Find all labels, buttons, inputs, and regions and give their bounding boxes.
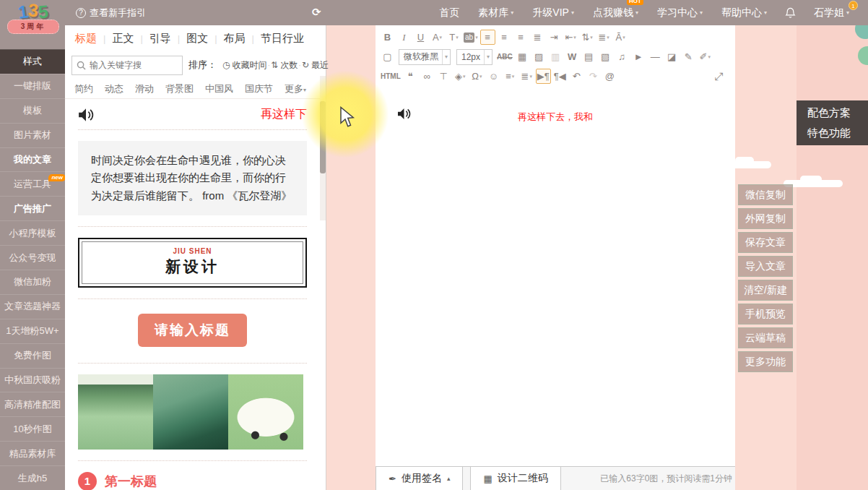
sidebar-item-ad-promotion[interactable]: 广告推广	[0, 196, 65, 220]
sidebar-item-quick-design[interactable]: 10秒作图	[0, 416, 65, 441]
text-background-button[interactable]: T▾	[446, 30, 461, 45]
search-input[interactable]	[90, 60, 178, 70]
tab-image-text[interactable]: 图文	[186, 32, 208, 46]
style-item-design-box[interactable]: JIU SHEN 新设计	[78, 227, 307, 299]
tab-guide[interactable]: 引导	[149, 32, 171, 46]
screenshot-button[interactable]: ▧	[598, 49, 613, 64]
strikethrough-button[interactable]: ABC	[496, 49, 513, 64]
horizontal-line-button[interactable]: —	[648, 49, 663, 64]
italic-button[interactable]: I	[396, 30, 412, 45]
sidebar-item-gain-fans[interactable]: 1天增粉5W+	[0, 319, 65, 343]
insert-template-button[interactable]: ◈▾	[453, 69, 468, 84]
sidebar-item-premium-materials[interactable]: 精品素材库	[0, 441, 65, 465]
menu-color-scheme[interactable]: 配色方案	[797, 103, 868, 123]
letter-spacing-button[interactable]: Ā▾	[613, 30, 628, 45]
nav-home[interactable]: 首页	[430, 0, 469, 25]
sidebar-item-wechat-followers[interactable]: 微信加粉	[0, 270, 65, 294]
sidebar-item-official-account-monetize[interactable]: 公众号变现	[0, 245, 65, 270]
ordered-list-button[interactable]: ≡▾	[503, 69, 518, 84]
font-size-select[interactable]: 12px▾	[456, 49, 492, 65]
sort-usage-count[interactable]: ⇅次数	[271, 59, 298, 72]
tab-layout[interactable]: 布局	[224, 32, 246, 46]
nav-upgrade-vip[interactable]: 升级VIP▾	[523, 0, 583, 25]
nav-help-center[interactable]: 帮助中心▾	[712, 0, 776, 25]
sidebar-item-festival-fans[interactable]: 中秋国庆吸粉	[0, 368, 65, 392]
editor-content[interactable]: 再这样下去，我和	[376, 87, 735, 466]
sidebar-item-topic-selection-tool[interactable]: 文章选题神器	[0, 294, 65, 319]
insert-video-button[interactable]: ►	[631, 49, 646, 64]
nav-earn-money[interactable]: HOT点我赚钱▾	[583, 0, 648, 25]
use-signature-button[interactable]: ✒ 使用签名 ▴	[376, 467, 463, 490]
insert-image-button[interactable]: ▨	[531, 49, 547, 64]
align-right-button[interactable]: ≡	[513, 30, 529, 45]
sidebar-item-operation-tools[interactable]: 运营工具new	[0, 171, 65, 196]
sidebar-item-image-materials[interactable]: 图片素材	[0, 123, 65, 147]
clear-new-button[interactable]: 清空/新建	[738, 280, 793, 301]
sidebar-item-generate-h5[interactable]: 生成h5	[0, 465, 65, 490]
emoji-button[interactable]: ☺	[486, 69, 501, 84]
import-word-button[interactable]: W	[565, 49, 580, 64]
sidebar-item-free-design[interactable]: 免费作图	[0, 343, 65, 368]
sidebar-item-styles[interactable]: 样式	[0, 49, 65, 74]
save-article-button[interactable]: 保存文章	[738, 232, 793, 253]
filter-national-day[interactable]: 国庆节	[245, 82, 273, 95]
bold-button[interactable]: B	[380, 30, 395, 45]
undo-button[interactable]: ↶	[569, 69, 584, 84]
sort-favorite-time[interactable]: ◷收藏时间	[222, 59, 266, 72]
notifications-button[interactable]	[776, 7, 804, 19]
new-document-button[interactable]: ▢	[380, 49, 395, 64]
filter-sliding[interactable]: 滑动	[135, 82, 154, 95]
align-center-button[interactable]: ≡	[497, 30, 512, 45]
style-item-image-strip[interactable]	[78, 364, 307, 461]
font-color-button[interactable]: A▾	[430, 30, 445, 45]
sidebar-item-my-articles[interactable]: 我的文章	[0, 147, 65, 172]
local-image-button[interactable]: ▤	[581, 49, 596, 64]
align-justify-button[interactable]: ≣	[530, 30, 545, 45]
title-card-button[interactable]: ⊤	[436, 69, 451, 84]
special-char-button[interactable]: Ω▾	[469, 69, 485, 84]
app-logo[interactable]: 135 3周年	[4, 1, 62, 49]
tab-title[interactable]: 标题	[75, 32, 97, 46]
unordered-list-button[interactable]: ≣▾	[519, 69, 534, 84]
sort-recent[interactable]: ↻最近	[302, 59, 329, 72]
filter-chinese-style[interactable]: 中国风	[205, 82, 233, 95]
cloud-draft-button[interactable]: 云端草稿	[738, 327, 793, 348]
mobile-preview-button[interactable]: 手机预览	[738, 304, 793, 324]
redo-button[interactable]: ↷	[586, 69, 601, 84]
external-copy-button[interactable]: 外网复制	[738, 208, 793, 229]
search-box[interactable]	[71, 56, 183, 75]
sidebar-item-hd-images[interactable]: 高清精准配图	[0, 392, 65, 416]
wechat-copy-button[interactable]: 微信复制	[738, 184, 793, 205]
sidebar-item-templates[interactable]: 模板	[0, 98, 65, 123]
ltr-paragraph-button[interactable]: ▶¶	[536, 69, 551, 84]
image-gallery-button[interactable]: ▥	[548, 49, 563, 64]
paragraph-spacing-button[interactable]: ⇅▾	[580, 30, 595, 45]
newbie-guide-link[interactable]: ? 查看新手指引	[76, 7, 146, 20]
nav-learning-center[interactable]: 学习中心▾	[648, 0, 712, 25]
filter-more[interactable]: 更多▾	[285, 82, 306, 95]
more-features-button[interactable]: 更多功能	[738, 351, 793, 372]
sidebar-item-one-click-layout[interactable]: 一键排版	[0, 74, 65, 98]
user-menu[interactable]: 石学姐▾1	[804, 0, 864, 25]
blockquote-button[interactable]: ❝	[403, 69, 418, 84]
style-item-numbered-heading[interactable]: 1 第一标题	[78, 461, 307, 490]
magic-pen-button[interactable]: ✐▾	[698, 49, 713, 64]
highlight-button[interactable]: ab▾	[463, 30, 479, 45]
line-height-button[interactable]: ≣▾	[596, 30, 612, 45]
fullscreen-button[interactable]: ⤢	[711, 69, 726, 84]
font-family-select[interactable]: 微软雅黑▾	[399, 49, 451, 65]
insert-link-button[interactable]: ∞	[420, 69, 435, 84]
sidebar-item-miniprogram-templates[interactable]: 小程序模板	[0, 220, 65, 245]
style-item-quote[interactable]: 时间决定你会在生命中遇见谁，你的心决定你想要谁出现在你的生命里，而你的行为决定最…	[78, 130, 307, 227]
refresh-icon[interactable]: ⟳	[312, 6, 321, 19]
html-source-button[interactable]: HTML	[380, 69, 402, 84]
format-brush-button[interactable]: ✎	[681, 49, 696, 64]
style-item-title-button[interactable]: 请输入标题	[78, 299, 307, 364]
rtl-paragraph-button[interactable]: ¶◀	[552, 69, 568, 84]
underline-button[interactable]: U	[413, 30, 428, 45]
outdent-button[interactable]: ⇤▾	[563, 30, 578, 45]
eraser-button[interactable]: ◪	[664, 49, 680, 64]
align-left-button[interactable]: ≡	[480, 30, 495, 45]
import-article-button[interactable]: 导入文章	[738, 256, 793, 277]
panel-scrollbar-thumb[interactable]	[320, 101, 326, 173]
